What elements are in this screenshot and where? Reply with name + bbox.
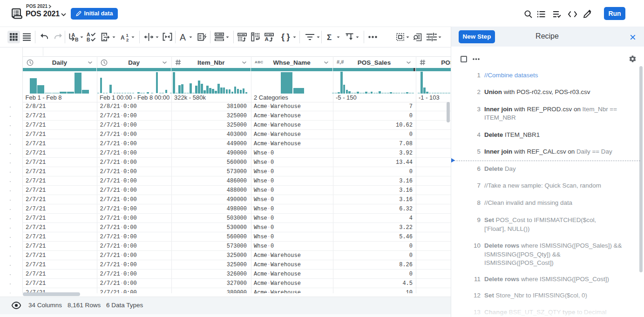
svg-text:B: B	[87, 37, 90, 42]
svg-text:2: 2	[126, 37, 129, 42]
svg-text:B: B	[75, 37, 78, 42]
svg-text:A: A	[121, 34, 125, 41]
svg-text:}: }	[287, 32, 290, 41]
svg-text:A: A	[264, 36, 268, 42]
svg-text:{: {	[281, 32, 285, 41]
svg-text:Σ: Σ	[327, 33, 332, 41]
svg-text:A: A	[180, 33, 186, 41]
